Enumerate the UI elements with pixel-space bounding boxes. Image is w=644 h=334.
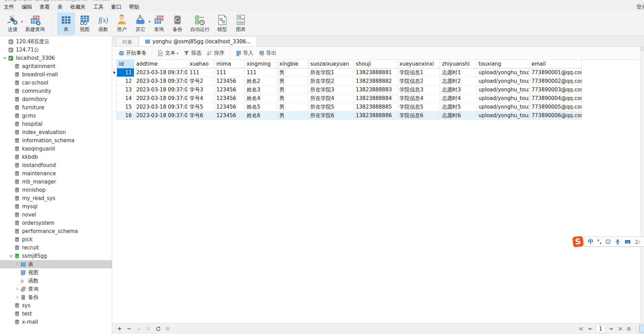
table-cell-xueyuanxinxi[interactable]: 学院信息3 — [397, 86, 440, 94]
table-cell-xingming[interactable]: 姓名5 — [245, 103, 277, 111]
toolbar-button-用户[interactable]: 用户 — [113, 12, 131, 35]
refresh-icon[interactable] — [153, 325, 162, 333]
column-header-xueyuanxinxi[interactable]: xueyuanxinxi — [397, 60, 440, 68]
sidebar-item-breadroll-mall[interactable]: breadroll-mall — [0, 70, 112, 79]
menu-item-5[interactable]: 收藏夹 — [66, 3, 89, 11]
table-cell-shouji[interactable]: 13823888882 — [354, 77, 397, 86]
table-cell-zhiyuanshi[interactable]: 志愿时1 — [440, 68, 476, 77]
menu-item-6[interactable]: 工具 — [89, 3, 107, 11]
table-cell-xuehao[interactable]: 学号2 — [187, 77, 214, 86]
toolbar-button-其它[interactable]: ▾其它 — [131, 12, 149, 35]
table-cell-xingbie[interactable]: 男 — [277, 68, 308, 77]
table-cell-touxiang[interactable]: upload/yonghu_toux — [476, 86, 529, 94]
table-cell-mima[interactable]: 123456 — [214, 94, 245, 103]
first-page-icon[interactable] — [577, 325, 586, 333]
table-cell-zhiyuanshi[interactable]: 志愿时2 — [440, 77, 476, 86]
table-cell-touxiang[interactable]: upload/yonghu_toux — [476, 68, 529, 77]
menu-item-4[interactable]: 表 — [54, 3, 66, 11]
table-cell-email[interactable]: 773890006@qq.com — [529, 111, 582, 120]
table-row[interactable]: 112023-03-18 09:37:06111111111男所在学院11382… — [112, 68, 582, 77]
settings-gear-icon[interactable] — [624, 325, 633, 333]
expand-arrow-icon[interactable] — [8, 253, 14, 259]
table-cell-zhiyuanshi[interactable]: 志愿时5 — [440, 103, 476, 111]
emoji-icon[interactable]: ☺ — [605, 238, 611, 245]
toolbar-button-表[interactable]: 表 — [57, 12, 75, 35]
toolbar-button-新建查询[interactable]: 新建查询 — [22, 12, 48, 35]
sidebar-item-函数[interactable]: fx函数 — [0, 277, 112, 285]
next-page-icon[interactable] — [607, 325, 615, 333]
sidebar-item-novel[interactable]: novel — [0, 211, 112, 219]
table-cell-zhiyuanshi[interactable]: 志愿时3 — [440, 86, 476, 94]
table-cell-addtime[interactable]: 2023-03-18 09:37:06 — [134, 68, 187, 77]
table-cell-shouji[interactable]: 13823888881 — [354, 68, 397, 77]
sidebar-item-pick[interactable]: pick — [0, 235, 112, 244]
grid-toolbar-button-排序[interactable]: 排序 — [204, 48, 227, 58]
sidebar-item-recruit[interactable]: recruit — [0, 244, 112, 252]
toolbar-button-备份[interactable]: 备份 — [169, 12, 186, 35]
toolbar-button-连接[interactable]: ▾连接 — [4, 12, 22, 35]
table-cell-id[interactable]: 11 — [117, 68, 134, 77]
table-cell-xingbie[interactable]: 男 — [277, 86, 308, 94]
grid-toolbar-button-文本[interactable]: 文本▾ — [155, 48, 181, 58]
table-cell-zhiyuanshi[interactable]: 志愿时6 — [440, 111, 476, 120]
toolbar-button-模型[interactable]: 模型 — [213, 12, 231, 35]
column-header-suozaixueyuan[interactable]: suozaixueyuan — [308, 60, 354, 68]
sidebar-item-performance_schema[interactable]: performance_schema — [0, 227, 112, 235]
column-header-addtime[interactable]: addtime — [134, 60, 187, 68]
table-cell-suozaixueyuan[interactable]: 所在学院6 — [308, 111, 354, 120]
table-cell-email[interactable]: 773890002@qq.com — [529, 77, 582, 86]
menu-item-2[interactable]: 编辑 — [18, 3, 36, 11]
table-cell-id[interactable]: 15 — [117, 103, 134, 111]
table-cell-email[interactable]: 773890003@qq.com — [529, 86, 582, 94]
table-cell-xingming[interactable]: 姓名2 — [245, 77, 277, 86]
grid-toolbar-button-筛选[interactable]: 筛选 — [181, 48, 204, 58]
table-cell-addtime[interactable]: 2023-03-18 09:37:06 — [134, 103, 187, 111]
previous-page-icon[interactable] — [586, 325, 595, 333]
sidebar-item-car-school[interactable]: car-school — [0, 79, 112, 87]
collapse-arrow-icon[interactable] — [14, 286, 20, 292]
column-header-xingbie[interactable]: xingbie — [277, 60, 308, 68]
table-cell-id[interactable]: 13 — [117, 86, 134, 94]
table-cell-xuehao[interactable]: 学号5 — [187, 103, 214, 111]
sidebar-item-120.48百度云[interactable]: 120.48百度云 — [0, 37, 112, 46]
menu-item-3[interactable]: 查看 — [36, 3, 54, 11]
menu-item-8[interactable]: 帮助 — [125, 3, 143, 11]
sidebar-item-mb_manager[interactable]: mb_manager — [0, 178, 112, 186]
sidebar-item-hospital[interactable]: hospital — [0, 120, 112, 128]
table-cell-xueyuanxinxi[interactable]: 学院信息4 — [397, 94, 440, 103]
table-cell-xuehao[interactable]: 学号6 — [187, 111, 214, 120]
sidebar-item-kkbdb[interactable]: kkbdb — [0, 153, 112, 161]
table-cell-xingbie[interactable]: 男 — [277, 111, 308, 120]
table-cell-mima[interactable]: 123456 — [214, 77, 245, 86]
grid-toolbar-button-导出[interactable]: 导出 — [256, 48, 279, 58]
sidebar-item-ssmj85gg[interactable]: ssmj85gg — [0, 252, 112, 260]
table-cell-id[interactable]: 12 — [117, 77, 134, 86]
punctuation-icon[interactable]: °, — [597, 238, 602, 245]
table-cell-mima[interactable]: 123456 — [214, 103, 245, 111]
sidebar-item-gcms[interactable]: gcms — [0, 112, 112, 120]
table-cell-addtime[interactable]: 2023-03-18 09:37:06 — [134, 111, 187, 120]
table-cell-xingming[interactable]: 姓名3 — [245, 86, 277, 94]
column-header-touxiang[interactable]: touxiang — [476, 60, 529, 68]
add-record-icon[interactable] — [115, 325, 124, 333]
table-row[interactable]: 122023-03-18 09:37:06学号2123456姓名2男所在学院21… — [112, 77, 582, 86]
sidebar-item-minishop[interactable]: minishop — [0, 186, 112, 194]
sidebar-item-kaoqinguanli[interactable]: kaoqinguanli — [0, 145, 112, 153]
column-header-shouji[interactable]: shouji — [354, 60, 397, 68]
table-cell-shouji[interactable]: 13823888884 — [354, 94, 397, 103]
table-cell-touxiang[interactable]: upload/yonghu_toux — [476, 77, 529, 86]
table-cell-touxiang[interactable]: upload/yonghu_toux — [476, 111, 529, 120]
chinese-mode-icon[interactable]: 中 — [588, 238, 593, 245]
table-cell-suozaixueyuan[interactable]: 所在学院2 — [308, 77, 354, 86]
sidebar-item-查询[interactable]: 查询 — [0, 285, 112, 293]
grid-toolbar-button-开始事务[interactable]: 开始事务 — [116, 48, 149, 58]
toolbar-button-视图[interactable]: 视图 — [76, 12, 94, 35]
delete-record-icon[interactable] — [125, 325, 133, 333]
sidebar-item-my_read_sys[interactable]: my_read_sys — [0, 194, 112, 202]
column-header-zhiyuanshi[interactable]: zhiyuanshi — [440, 60, 476, 68]
collapse-arrow-icon[interactable] — [14, 294, 20, 300]
expand-arrow-icon[interactable] — [2, 55, 8, 61]
page-number[interactable]: 1 — [596, 325, 605, 333]
column-header-email[interactable]: email — [529, 60, 582, 68]
table-row[interactable]: 152023-03-18 09:37:06学号5123456姓名5男所在学院51… — [112, 103, 582, 111]
